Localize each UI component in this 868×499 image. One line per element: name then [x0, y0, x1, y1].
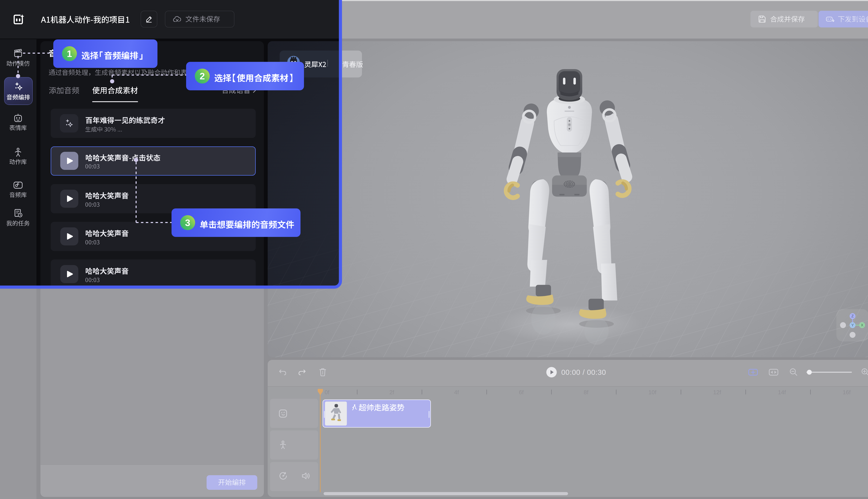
svg-text:Y: Y	[851, 323, 854, 327]
svg-text:Z: Z	[851, 314, 854, 318]
svg-text:X: X	[861, 323, 864, 327]
